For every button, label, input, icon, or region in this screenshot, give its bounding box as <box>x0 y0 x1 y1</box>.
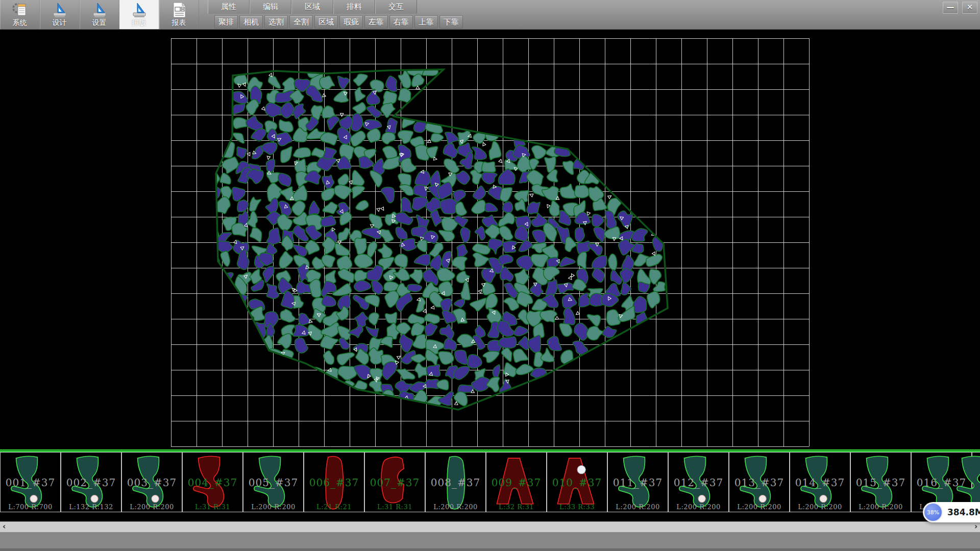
tool-button-3[interactable]: 全割 <box>289 15 313 29</box>
report-icon <box>170 1 188 18</box>
status-bar <box>0 532 980 551</box>
tool-button-row: 聚排相机选割全割区域瑕疵左靠右靠上靠下靠 <box>214 15 463 29</box>
part-thumbnail-11[interactable]: 011_#37L:200 R:200 <box>607 452 668 512</box>
part-name: 005_#37 <box>243 477 303 489</box>
part-thumbnail-4[interactable]: 004_#37L:31 R:31 <box>182 452 243 512</box>
part-name: 002_#37 <box>61 477 121 489</box>
tool-button-7[interactable]: 右靠 <box>389 15 413 29</box>
close-button[interactable]: ✕ <box>962 2 977 14</box>
toolbar-button-label: 报表 <box>172 19 186 27</box>
tool-button-6[interactable]: 左靠 <box>364 15 388 29</box>
part-thumbnail-9[interactable]: 009_#37L:32 R:31 <box>486 452 547 512</box>
filmstrip-separator <box>0 449 980 452</box>
part-meta: L:21 R:21 <box>304 503 364 511</box>
part-name: 004_#37 <box>183 477 242 489</box>
part-meta: L:200 R:200 <box>729 503 789 511</box>
toolbar-button-design[interactable]: 设计 <box>40 0 80 29</box>
tool-button-4[interactable]: 区域 <box>314 15 338 29</box>
menu-tab-4[interactable]: 交互 <box>375 0 417 14</box>
toolbar-button-report[interactable]: 报表 <box>159 0 199 29</box>
toolbar-button-layout[interactable]: 排版 <box>119 0 159 29</box>
menu-tab-3[interactable]: 排料 <box>333 0 375 14</box>
toolbar-button-label: 排版 <box>132 19 146 27</box>
tool-button-1[interactable]: 相机 <box>239 15 263 29</box>
minimize-button[interactable]: — <box>943 2 958 14</box>
memory-value-label: 384.8M <box>947 507 980 517</box>
memory-badge[interactable]: 38% 384.8M <box>923 502 980 522</box>
scroll-right-icon[interactable]: › <box>972 522 980 532</box>
toolbar-button-label: 设置 <box>92 19 107 27</box>
scroll-left-icon[interactable]: ‹ <box>0 522 8 532</box>
design-icon <box>51 1 68 18</box>
part-name: 003_#37 <box>122 477 182 489</box>
part-meta: L:31 R:31 <box>365 503 425 511</box>
toolbar-button-system[interactable]: 系统 <box>0 0 40 29</box>
part-meta: L:33 R:33 <box>547 503 607 511</box>
part-thumbnail-2[interactable]: 002_#37L:132 R:132 <box>61 452 121 512</box>
part-name: 013_#37 <box>729 477 789 489</box>
part-name: 010_#37 <box>547 477 607 489</box>
part-meta: L:200 R:200 <box>790 503 850 511</box>
part-name: 009_#37 <box>486 477 546 489</box>
memory-percent-badge: 38% <box>923 503 943 522</box>
layout-icon <box>131 1 148 18</box>
part-name: 012_#37 <box>669 477 728 489</box>
part-meta: L:32 R:31 <box>486 503 546 511</box>
toolbar-button-label: 设计 <box>53 19 67 27</box>
part-meta: L:31 R:31 <box>183 503 242 511</box>
parts-filmstrip: 001_#37L:700 R:700002_#37L:132 R:132003_… <box>0 452 980 513</box>
part-meta: L:132 R:132 <box>61 503 121 511</box>
part-name: 015_#37 <box>851 477 911 489</box>
part-meta: L:200 R:200 <box>851 503 911 511</box>
part-thumbnail-14[interactable]: 014_#37L:200 R:200 <box>790 452 850 512</box>
part-name: 011_#37 <box>608 477 668 489</box>
window-controls: — ✕ <box>943 2 977 14</box>
tool-button-9[interactable]: 下靠 <box>439 15 463 29</box>
toolbar-button-settings[interactable]: 设置 <box>80 0 119 29</box>
menu-tab-2[interactable]: 区域 <box>291 0 333 14</box>
part-thumbnail-15[interactable]: 015_#37L:200 R:200 <box>850 452 911 512</box>
icon-bar: 系统设计设置排版报表 <box>0 0 199 29</box>
part-thumbnail-13[interactable]: 013_#37L:200 R:200 <box>729 452 790 512</box>
part-name: 001_#37 <box>1 477 60 489</box>
top-toolbar: 系统设计设置排版报表 属性编辑区域排料交互 聚排相机选割全割区域瑕疵左靠右靠上靠… <box>0 0 980 30</box>
tool-button-8[interactable]: 上靠 <box>414 15 438 29</box>
tool-button-2[interactable]: 选割 <box>264 15 288 29</box>
menu-tab-1[interactable]: 编辑 <box>250 0 291 14</box>
nesting-canvas[interactable] <box>0 29 980 449</box>
toolbar-button-label: 系统 <box>13 19 27 27</box>
part-meta: L:200 R:200 <box>669 503 728 511</box>
part-thumbnail-3[interactable]: 003_#37L:200 R:200 <box>121 452 182 512</box>
part-meta: L:200 R:200 <box>122 503 182 511</box>
tool-button-0[interactable]: 聚排 <box>214 15 238 29</box>
system-icon <box>11 1 29 18</box>
part-meta: L:700 R:700 <box>1 503 60 511</box>
part-thumbnail-12[interactable]: 012_#37L:200 R:200 <box>668 452 729 512</box>
tool-button-5[interactable]: 瑕疵 <box>339 15 363 29</box>
part-meta: L:200 R:200 <box>608 503 668 511</box>
part-name: 008_#37 <box>426 477 485 489</box>
part-thumbnail-8[interactable]: 008_#37L:200 R:200 <box>425 452 486 512</box>
part-name: 014_#37 <box>790 477 850 489</box>
part-name: 006_#37 <box>304 477 364 489</box>
part-meta: L:200 R:200 <box>426 503 485 511</box>
part-thumbnail-7[interactable]: 007_#37L:31 R:31 <box>364 452 425 512</box>
horizontal-scrollbar[interactable]: ‹ › <box>0 521 980 532</box>
part-meta: L:200 R:200 <box>243 503 303 511</box>
settings-icon <box>91 1 108 18</box>
menu-tab-row: 属性编辑区域排料交互 <box>208 0 417 14</box>
part-thumbnail-6[interactable]: 006_#37L:21 R:21 <box>304 452 364 512</box>
part-thumbnail-1[interactable]: 001_#37L:700 R:700 <box>0 452 61 512</box>
part-thumbnail-10[interactable]: 010_#37L:33 R:33 <box>547 452 607 512</box>
part-thumbnail-5[interactable]: 005_#37L:200 R:200 <box>243 452 304 512</box>
part-name: 007_#37 <box>365 477 425 489</box>
menu-tab-0[interactable]: 属性 <box>208 0 250 14</box>
